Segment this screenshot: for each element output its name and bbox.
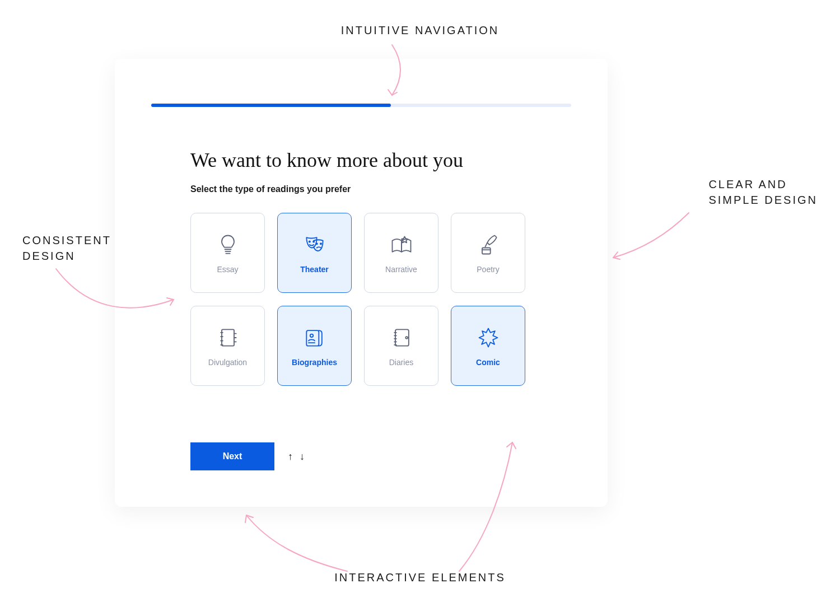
svg-point-0 (309, 241, 310, 242)
option-theater[interactable]: Theater (277, 213, 352, 293)
option-label: Essay (217, 265, 238, 274)
heading-block: We want to know more about you Select th… (190, 148, 552, 194)
lightbulb-icon (216, 232, 240, 257)
page-subtitle: Select the type of readings you prefer (190, 184, 552, 194)
option-label: Narrative (385, 265, 417, 274)
journal-icon (389, 325, 414, 350)
quill-ink-icon (476, 232, 501, 257)
svg-rect-8 (395, 329, 409, 346)
notebook-icon (216, 325, 240, 350)
onboarding-card: We want to know more about you Select th… (115, 59, 608, 507)
theater-masks-icon (302, 232, 327, 257)
option-comic[interactable]: Comic (451, 306, 525, 386)
svg-point-2 (316, 243, 317, 244)
svg-point-3 (320, 243, 321, 244)
next-button[interactable]: Next (190, 442, 274, 470)
annotation-left-l2: DESIGN (22, 250, 76, 262)
next-row: Next ↑ ↓ (190, 442, 305, 470)
svg-rect-6 (306, 330, 319, 346)
open-book-icon (389, 232, 414, 257)
annotation-right: CLEAR AND SIMPLE DESIGN (708, 176, 818, 208)
option-biographies[interactable]: Biographies (277, 306, 352, 386)
comic-burst-icon (476, 325, 501, 350)
svg-rect-4 (482, 248, 491, 254)
option-essay[interactable]: Essay (190, 213, 265, 293)
annotation-right-l1: CLEAR AND (708, 178, 787, 190)
option-label: Theater (300, 265, 329, 274)
annotation-left-l1: CONSISTENT (22, 234, 111, 246)
arrow-up-icon[interactable]: ↑ (288, 451, 293, 461)
annotation-top: INTUITIVE NAVIGATION (0, 22, 840, 38)
option-label: Divulgation (208, 358, 247, 367)
progress-bar (151, 104, 571, 107)
page-title: We want to know more about you (190, 148, 552, 172)
option-label: Diaries (389, 358, 414, 367)
svg-point-9 (405, 337, 408, 339)
annotation-left: CONSISTENT DESIGN (22, 232, 111, 264)
option-label: Biographies (292, 358, 337, 367)
option-divulgation[interactable]: Divulgation (190, 306, 265, 386)
option-label: Poetry (477, 265, 499, 274)
id-card-icon (302, 325, 327, 350)
keyboard-nav-hints: ↑ ↓ (288, 451, 305, 461)
svg-point-7 (310, 334, 313, 337)
annotation-bottom: INTERACTIVE ELEMENTS (0, 570, 840, 585)
option-label: Comic (476, 358, 500, 367)
svg-point-1 (313, 241, 314, 242)
options-grid: Essay Theater (190, 213, 525, 386)
svg-rect-5 (222, 329, 234, 346)
option-poetry[interactable]: Poetry (451, 213, 525, 293)
progress-fill (151, 104, 391, 107)
arrow-down-icon[interactable]: ↓ (300, 451, 305, 461)
option-diaries[interactable]: Diaries (364, 306, 438, 386)
annotation-right-l2: SIMPLE DESIGN (708, 194, 818, 206)
option-narrative[interactable]: Narrative (364, 213, 438, 293)
